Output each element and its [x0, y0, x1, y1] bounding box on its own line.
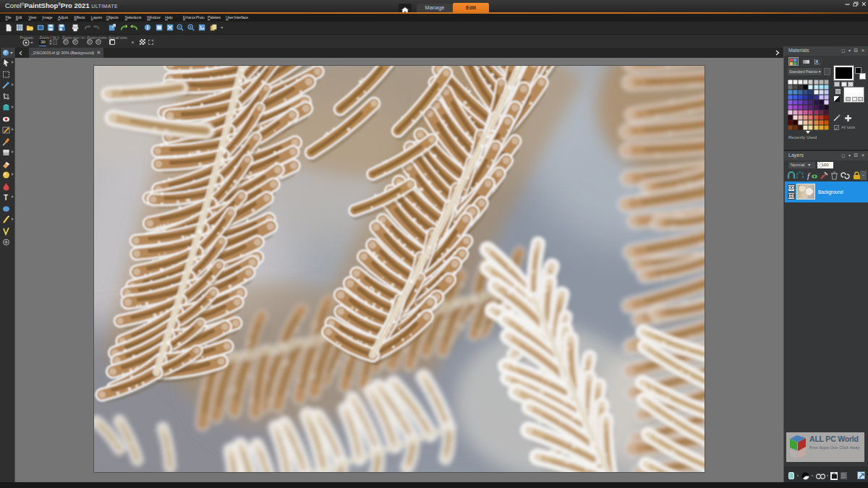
svg-text:T: T: [4, 194, 8, 202]
svg-text:f: f: [807, 171, 811, 180]
